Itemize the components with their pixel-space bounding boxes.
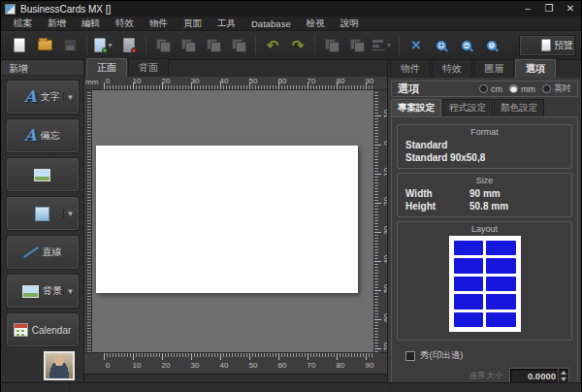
calendar-icon [14,323,28,337]
zoom-out-button[interactable]: − [455,35,478,56]
sidebar-button-text[interactable]: A文字▼ [6,80,80,114]
panel-tab-物件[interactable]: 物件 [390,59,431,78]
ruler-label: 0 [106,361,110,370]
format-name[interactable]: Standard [398,139,571,151]
show-margins-checkbox[interactable] [405,351,415,361]
ruler-label: 80 [337,361,345,370]
ungroup-button [345,35,369,56]
unit-radio-mm[interactable] [509,84,518,93]
sidebar-button-calendar[interactable]: Calendar [6,312,80,347]
unit-radio-英吋[interactable] [542,84,551,93]
align-dropdown-icon[interactable]: ▼ [386,42,393,49]
format-group: Format Standard Standard 90x50,8 [397,124,572,169]
ruler-label: 70 [382,341,388,353]
spinner-down-icon[interactable] [561,377,566,381]
panel-tab-圖層[interactable]: 圖層 [473,59,514,78]
zoom-fit-button[interactable]: ✕ [404,35,428,56]
spinner-arrows[interactable] [558,369,568,382]
preview-button[interactable]: 預覽 [519,35,575,56]
page-tab-正面[interactable]: 正面 [86,58,127,77]
layout-card-cell [486,294,516,309]
ruler-label: 40 [382,253,388,267]
menu-item-9[interactable]: 檢視 [300,16,332,31]
unit-radio-cm[interactable] [479,84,488,93]
group-icon [325,39,339,51]
new-card-button[interactable]: ▼ [92,35,115,56]
layout-group-title: Layout [398,224,571,234]
format-spec[interactable]: Standard 90x50,8 [398,151,571,164]
menu-item-5[interactable]: 物件 [143,16,175,31]
minimize-button[interactable]: – [521,3,534,15]
text-dropdown-icon[interactable]: ▼ [63,93,75,102]
main-area: 新增 A文字▼A備忘▼直線背景▼Calendar 正面背面 mm 0102030… [1,60,581,382]
menu-item-4[interactable]: 特效 [109,16,141,31]
layout-card-cell [486,241,516,255]
zoom-actual-button[interactable]: · [480,35,503,56]
ungroup-icon [350,39,364,51]
copy-icon [181,39,195,51]
line-label: 直線 [43,245,62,259]
ruler-label: 10 [382,166,388,180]
layout-card-cell [454,258,484,273]
sheet-layout-preview[interactable] [449,236,521,332]
spinner-up-icon[interactable] [561,371,566,375]
open-file-icon [38,40,52,50]
undo-button[interactable]: ↶ [261,35,284,56]
rectangle-icon [35,207,49,221]
title-bar: BusinessCards MX [] –❐✕ [1,1,581,16]
sidebar-button-shape[interactable]: ▼ [6,196,80,231]
panel-tab-特效[interactable]: 特效 [432,59,472,78]
portrait-photo-thumbnail[interactable] [44,351,75,380]
design-workspace[interactable] [92,90,373,352]
ruler-unit-label: mm [85,78,98,86]
subtab-程式設定[interactable]: 程式設定 [442,99,493,116]
panel-tab-選項[interactable]: 選項 [515,59,556,78]
new-card-dropdown-icon[interactable]: ▼ [107,42,113,49]
sidebar-button-image[interactable] [6,157,80,192]
layout-card-cell [486,258,516,273]
menu-item-8[interactable]: Database [244,17,298,30]
margin-size-spinner[interactable]: 0.0000 [509,368,569,383]
open-file-button[interactable] [33,35,56,56]
sidebar-button-memo[interactable]: A備忘 [6,118,80,153]
application-window: BusinessCards MX [] –❐✕ 檔案新增編輯特效物件頁面工具Da… [0,0,582,392]
workspace-row: 10010203040506070 [84,90,387,352]
menu-item-6[interactable]: 頁面 [177,16,209,31]
sidebar-buttons: A文字▼A備忘▼直線背景▼Calendar [1,76,83,347]
delete-card-button[interactable] [117,35,141,56]
ruler-label: 50 [249,361,258,370]
menu-item-10[interactable]: 說明 [334,16,366,31]
status-cell [1,383,71,392]
toolbar-separator [399,36,400,55]
page-tab-背面[interactable]: 背面 [128,58,169,77]
background-dropdown-icon[interactable]: ▼ [63,287,75,296]
background-label: 背景 [43,284,62,298]
maximize-button[interactable]: ❐ [542,3,556,15]
height-label: Height [398,201,469,212]
subtab-顏色設定[interactable]: 顏色設定 [494,99,544,116]
menu-item-2[interactable]: 新增 [41,16,73,31]
ruler-label: 60 [382,311,388,325]
zoom-in-button[interactable]: + [430,35,453,56]
menu-item-3[interactable]: 編輯 [75,16,107,31]
ruler-left-ticks [84,90,92,352]
canvas-footer [84,374,387,382]
size-group-title: Size [398,176,571,185]
unit-option-mm[interactable]: mm [509,84,535,94]
sidebar-button-background[interactable]: 背景▼ [6,274,80,309]
shape-dropdown-icon[interactable]: ▼ [63,210,75,218]
ruler-label: 30 [191,77,200,85]
menu-item-1[interactable]: 檔案 [7,16,39,31]
redo-button[interactable]: ↷ [286,35,309,56]
subtab-專案設定[interactable]: 專案設定 [391,99,441,116]
close-button[interactable]: ✕ [564,3,577,15]
new-document-button[interactable] [8,35,31,56]
cut-icon [156,39,170,51]
sidebar-button-line[interactable]: 直線 [6,235,80,270]
unit-option-英吋[interactable]: 英吋 [542,82,571,95]
redo-icon: ↷ [292,39,305,52]
ruler-label: 20 [162,361,171,370]
unit-option-cm[interactable]: cm [479,84,502,94]
business-card-canvas[interactable] [96,146,358,293]
menu-item-7[interactable]: 工具 [210,16,242,31]
